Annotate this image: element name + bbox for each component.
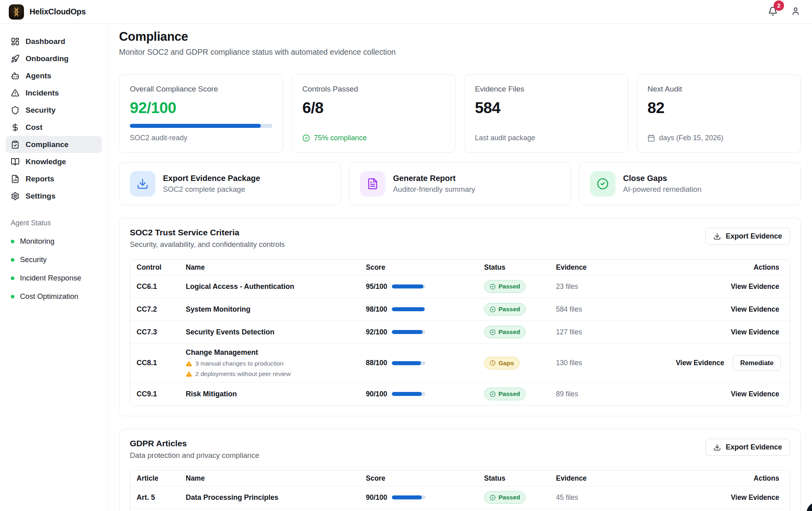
quick-action-tile xyxy=(360,171,385,197)
warning-text: 3 manual changes to production xyxy=(195,360,284,367)
section-title: GDPR Articles xyxy=(130,439,259,448)
column-header-actions: Actions xyxy=(676,474,779,483)
quick-action-close-gaps[interactable]: Close GapsAI-powered remediation xyxy=(579,162,801,205)
quick-action-subtitle: SOC2 complete package xyxy=(163,185,260,194)
stat-card-controls-passed: Controls Passed6/875% compliance xyxy=(292,74,456,153)
column-header-name: Name xyxy=(186,263,366,272)
warning-item: 3 manual changes to production xyxy=(186,360,366,367)
score-bar xyxy=(392,284,425,288)
evidence-count: 23 files xyxy=(556,282,676,291)
score-text: 92/100 xyxy=(366,328,387,336)
stats-row: Overall Compliance Score92/100SOC2 audit… xyxy=(119,74,801,153)
quick-action-subtitle: Auditor-friendly summary xyxy=(393,185,475,194)
table-row-cc8-1: CC8.1Change Management3 manual changes t… xyxy=(130,343,790,382)
stat-label: Controls Passed xyxy=(302,85,445,93)
status-label: Passed xyxy=(498,306,520,313)
sidebar-item-cost[interactable]: Cost xyxy=(6,119,102,136)
top-bar: HelixCloudOps 2 xyxy=(0,0,812,24)
stat-value: 82 xyxy=(647,99,790,117)
sidebar-item-label: Security xyxy=(26,106,56,115)
download-icon xyxy=(137,178,149,190)
sidebar-item-incidents[interactable]: Incidents xyxy=(6,84,102,101)
sidebar-item-agents[interactable]: Agents xyxy=(6,67,102,84)
sidebar: DashboardOnboardingAgentsIncidentsSecuri… xyxy=(0,24,108,511)
check-circle-icon xyxy=(490,391,496,397)
progress-bar xyxy=(130,124,272,128)
remediate-button[interactable]: Remediate xyxy=(733,355,780,371)
settings-icon xyxy=(11,192,20,201)
status-badge-gaps: Gaps xyxy=(484,357,520,370)
alert-triangle-icon xyxy=(11,89,20,97)
user-menu-button[interactable] xyxy=(791,7,800,17)
calendar-icon xyxy=(647,134,655,142)
sidebar-item-label: Compliance xyxy=(26,140,69,149)
quick-action-tile xyxy=(130,171,155,197)
view-evidence-link[interactable]: View Evidence xyxy=(676,359,724,367)
table-header-row: ControlNameScoreStatusEvidenceActions xyxy=(130,260,790,275)
dashboard-icon xyxy=(11,37,20,46)
status-badge-passed: Passed xyxy=(484,388,526,400)
table-header-row: ArticleNameScoreStatusEvidenceActions xyxy=(130,471,790,486)
quick-action-export-evidence-package[interactable]: Export Evidence PackageSOC2 complete pac… xyxy=(119,162,341,205)
status-label: Passed xyxy=(498,328,520,336)
status-badge-passed: Passed xyxy=(484,326,526,338)
agent-status-panel: Agent Status MonitoringSecurityIncident … xyxy=(0,219,107,301)
view-evidence-link[interactable]: View Evidence xyxy=(731,328,779,336)
view-evidence-link[interactable]: View Evidence xyxy=(731,305,779,314)
export-evidence-label: Export Evidence xyxy=(726,443,782,451)
check-circle-icon xyxy=(490,329,496,335)
stat-card-overall-compliance-score: Overall Compliance Score92/100SOC2 audit… xyxy=(119,74,283,153)
gdpr-section: GDPR Articles Data protection and privac… xyxy=(119,429,801,511)
sidebar-item-dashboard[interactable]: Dashboard xyxy=(6,33,102,50)
warning-text: 2 deployments without peer review xyxy=(195,370,291,378)
score-bar xyxy=(392,361,425,365)
status-badge-passed: Passed xyxy=(484,491,526,504)
sidebar-item-knowledge[interactable]: Knowledge xyxy=(6,153,102,170)
export-evidence-button[interactable]: Export Evidence xyxy=(705,228,790,245)
sidebar-item-reports[interactable]: Reports xyxy=(6,170,102,187)
table-row-art-17: Art. 17Right to ErasureData retention po… xyxy=(130,509,790,511)
sidebar-item-compliance[interactable]: Compliance xyxy=(6,136,102,153)
status-label: Passed xyxy=(498,283,520,290)
stat-footer: days (Feb 15, 2026) xyxy=(659,134,723,142)
stat-label: Overall Compliance Score xyxy=(130,85,272,93)
column-header-evidence: Evidence xyxy=(556,263,676,272)
score-text: 95/100 xyxy=(366,282,387,291)
stat-card-evidence-files: Evidence Files584Last audit package xyxy=(464,74,628,153)
agent-status-item-cost-optimization: Cost Optimization xyxy=(11,292,97,301)
export-evidence-label: Export Evidence xyxy=(726,232,782,241)
row-id: CC7.3 xyxy=(137,328,186,336)
warning-item: 2 deployments without peer review xyxy=(186,370,366,378)
view-evidence-link[interactable]: View Evidence xyxy=(731,493,779,502)
quick-action-title: Generate Report xyxy=(393,174,475,183)
table-row-cc9-1: CC9.1Risk Mitigation90/100Passed89 files… xyxy=(130,382,790,405)
view-evidence-link[interactable]: View Evidence xyxy=(731,390,779,398)
row-name: Data Processing Principles xyxy=(186,493,366,502)
quick-action-subtitle: AI-powered remediation xyxy=(623,185,701,194)
notifications-button[interactable]: 2 xyxy=(768,6,778,18)
stat-footer: SOC2 audit-ready xyxy=(130,134,187,142)
sidebar-item-security[interactable]: Security xyxy=(6,101,102,119)
book-open-icon xyxy=(11,157,20,166)
quick-action-tile xyxy=(590,171,615,197)
warning-icon xyxy=(186,360,192,367)
column-header-article: Article xyxy=(137,474,186,483)
row-id: CC6.1 xyxy=(137,282,186,291)
quick-action-generate-report[interactable]: Generate ReportAuditor-friendly summary xyxy=(349,162,571,205)
agent-status-label: Cost Optimization xyxy=(20,292,78,301)
agent-status-list: MonitoringSecurityIncident ResponseCost … xyxy=(11,237,97,301)
export-evidence-button[interactable]: Export Evidence xyxy=(705,439,790,456)
evidence-count: 89 files xyxy=(556,390,676,398)
online-dot-icon xyxy=(11,258,14,262)
check-circle-icon xyxy=(490,495,496,501)
sidebar-item-label: Incidents xyxy=(26,89,59,97)
agent-status-item-incident-response: Incident Response xyxy=(11,274,97,282)
view-evidence-link[interactable]: View Evidence xyxy=(731,282,779,291)
sidebar-item-onboarding[interactable]: Onboarding xyxy=(6,50,102,67)
soc2-section: SOC2 Trust Service Criteria Security, av… xyxy=(119,218,801,416)
sidebar-item-label: Agents xyxy=(26,72,51,80)
agent-status-label: Incident Response xyxy=(20,274,81,282)
sidebar-item-settings[interactable]: Settings xyxy=(6,187,102,205)
row-name: Security Events Detection xyxy=(186,328,366,336)
stat-label: Next Audit xyxy=(647,85,790,93)
